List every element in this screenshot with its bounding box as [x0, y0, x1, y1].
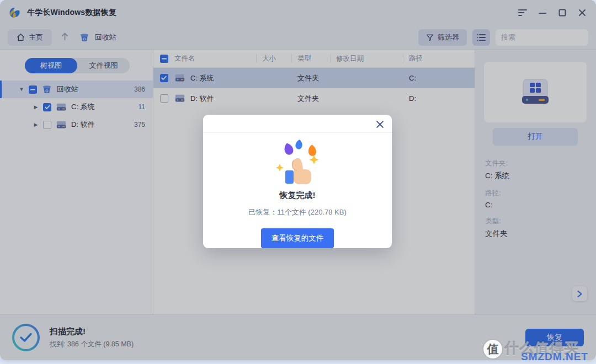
app-window: 牛学长Windows数据恢复 主页 [0, 0, 596, 360]
recovery-complete-dialog: 恢复完成! 已恢复：11个文件 (220.78 KB) 查看恢复的文件 [203, 115, 392, 248]
dialog-title: 恢复完成! [203, 190, 392, 201]
dialog-close-icon[interactable] [375, 119, 385, 129]
dialog-header [203, 115, 392, 133]
thumbs-up-illustration [272, 138, 323, 187]
dialog-body: 恢复完成! 已恢复：11个文件 (220.78 KB) 查看恢复的文件 [203, 133, 392, 248]
view-recovered-files-button[interactable]: 查看恢复的文件 [261, 228, 334, 248]
dialog-subtitle: 已恢复：11个文件 (220.78 KB) [203, 207, 392, 217]
